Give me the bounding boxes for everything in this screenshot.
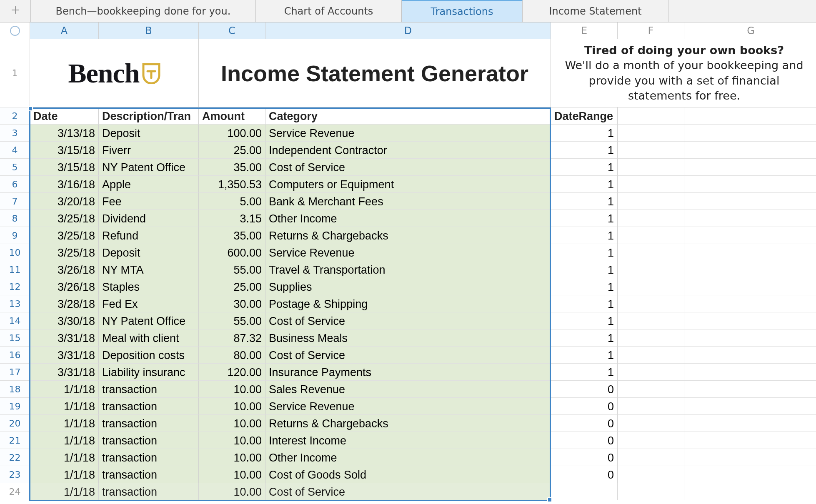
empty-cell[interactable] (618, 381, 684, 398)
row-header[interactable]: 4 (0, 142, 30, 159)
column-header[interactable]: E (551, 22, 618, 39)
column-header[interactable]: G (684, 22, 816, 39)
empty-cell[interactable] (684, 142, 816, 159)
row-header[interactable]: 24 (0, 483, 30, 500)
empty-cell[interactable] (684, 244, 816, 261)
cell-amount[interactable]: 35.00 (199, 227, 265, 244)
cell-category[interactable]: Other Income (265, 449, 551, 466)
cell-daterange[interactable]: 1 (551, 261, 618, 278)
cell-daterange[interactable]: 0 (551, 432, 618, 449)
row-header[interactable]: 20 (0, 415, 30, 432)
cell-date[interactable]: 3/16/18 (30, 176, 99, 193)
cell-daterange[interactable]: 1 (551, 142, 618, 159)
empty-cell[interactable] (684, 193, 816, 210)
empty-cell[interactable] (684, 432, 816, 449)
cell-category[interactable]: Service Revenue (265, 125, 551, 142)
row-header[interactable]: 16 (0, 347, 30, 364)
empty-cell[interactable] (684, 261, 816, 278)
cell-amount[interactable]: 10.00 (199, 449, 265, 466)
row-header[interactable]: 5 (0, 159, 30, 176)
cell-description[interactable]: Apple (99, 176, 199, 193)
cell-amount[interactable]: 100.00 (199, 125, 265, 142)
cell-date[interactable]: 1/1/18 (30, 432, 99, 449)
cell-category[interactable]: Supplies (265, 278, 551, 295)
cell-category[interactable]: Cost of Service (265, 159, 551, 176)
empty-cell[interactable] (684, 364, 816, 381)
empty-cell[interactable] (618, 210, 684, 227)
cell-daterange[interactable]: 1 (551, 244, 618, 261)
add-sheet-button[interactable] (0, 0, 31, 22)
cell-daterange[interactable]: 0 (551, 449, 618, 466)
cell-daterange[interactable]: 0 (551, 415, 618, 432)
cell-description[interactable]: Deposit (99, 244, 199, 261)
empty-cell[interactable] (618, 312, 684, 329)
cell-date[interactable]: 3/15/18 (30, 159, 99, 176)
cell-description[interactable]: Fee (99, 193, 199, 210)
empty-cell[interactable] (684, 210, 816, 227)
cell-category[interactable]: Independent Contractor (265, 142, 551, 159)
cell-daterange[interactable]: 0 (551, 398, 618, 415)
cell-description[interactable]: Refund (99, 227, 199, 244)
row-header[interactable]: 12 (0, 278, 30, 295)
cell-amount[interactable]: 600.00 (199, 244, 265, 261)
empty-cell[interactable] (618, 227, 684, 244)
column-header[interactable]: A (30, 22, 99, 39)
cell-description[interactable]: transaction (99, 483, 199, 500)
cell-daterange[interactable]: 1 (551, 227, 618, 244)
empty-cell[interactable] (684, 107, 816, 125)
empty-cell[interactable] (618, 193, 684, 210)
cell-date[interactable]: 3/13/18 (30, 125, 99, 142)
empty-cell[interactable] (618, 415, 684, 432)
cell-category[interactable]: Business Meals (265, 329, 551, 347)
cell-amount[interactable]: 87.32 (199, 329, 265, 347)
row-header[interactable]: 14 (0, 312, 30, 329)
cell-amount[interactable]: 10.00 (199, 466, 265, 483)
sheet-tab-income-statement[interactable]: Income Statement (523, 0, 668, 22)
logo-cell[interactable]: Bench (30, 39, 199, 107)
cell-category[interactable]: Other Income (265, 210, 551, 227)
label-date[interactable]: Date (30, 107, 99, 125)
cell-date[interactable]: 3/31/18 (30, 364, 99, 381)
cell-category[interactable]: Returns & Chargebacks (265, 415, 551, 432)
row-header[interactable]: 19 (0, 398, 30, 415)
cell-category[interactable]: Insurance Payments (265, 364, 551, 381)
cell-description[interactable]: Fiverr (99, 142, 199, 159)
row-header[interactable]: 6 (0, 176, 30, 193)
empty-cell[interactable] (618, 176, 684, 193)
cell-date[interactable]: 3/25/18 (30, 227, 99, 244)
cell-description[interactable]: transaction (99, 415, 199, 432)
cell-amount[interactable]: 10.00 (199, 381, 265, 398)
cell-daterange[interactable]: 1 (551, 125, 618, 142)
cell-category[interactable]: Interest Income (265, 432, 551, 449)
empty-cell[interactable] (618, 295, 684, 312)
cell-date[interactable]: 1/1/18 (30, 449, 99, 466)
row-header[interactable]: 13 (0, 295, 30, 312)
cell-category[interactable]: Cost of Service (265, 347, 551, 364)
row-header[interactable]: 10 (0, 244, 30, 261)
cell-amount[interactable]: 10.00 (199, 432, 265, 449)
column-header[interactable]: F (618, 22, 684, 39)
row-header[interactable]: 7 (0, 193, 30, 210)
empty-cell[interactable] (684, 176, 816, 193)
empty-cell[interactable] (684, 347, 816, 364)
row-header[interactable]: 3 (0, 125, 30, 142)
cell-amount[interactable]: 25.00 (199, 142, 265, 159)
column-header[interactable]: D (265, 22, 551, 39)
label-description[interactable]: Description/Tran (99, 107, 199, 125)
cell-amount[interactable]: 1,350.53 (199, 176, 265, 193)
column-header[interactable]: B (99, 22, 199, 39)
cell-description[interactable]: Meal with client (99, 329, 199, 347)
promo-cell[interactable]: Tired of doing your own books? We'll do … (551, 39, 816, 107)
cell-description[interactable]: Deposition costs (99, 347, 199, 364)
cell-description[interactable]: Deposit (99, 125, 199, 142)
cell-date[interactable]: 3/31/18 (30, 329, 99, 347)
cell-amount[interactable]: 55.00 (199, 261, 265, 278)
empty-cell[interactable] (684, 483, 816, 500)
cell-date[interactable]: 3/25/18 (30, 210, 99, 227)
cell-daterange[interactable]: 0 (551, 466, 618, 483)
cell-daterange[interactable] (551, 483, 618, 500)
cell-daterange[interactable]: 1 (551, 159, 618, 176)
cell-daterange[interactable]: 1 (551, 193, 618, 210)
cell-description[interactable]: Fed Ex (99, 295, 199, 312)
empty-cell[interactable] (684, 449, 816, 466)
